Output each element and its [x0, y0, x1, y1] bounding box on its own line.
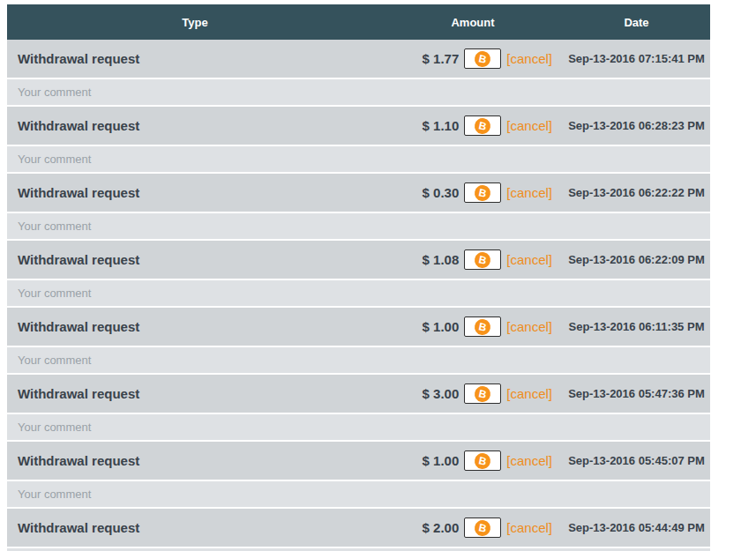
amount-value: $ 2.00 — [423, 520, 460, 535]
amount-value: $ 1.77 — [423, 51, 460, 66]
date-value: Sep-13-2016 06:11:35 PM — [563, 320, 710, 333]
withdrawal-type-label: Withdrawal request — [7, 319, 383, 334]
amount-value: $ 0.30 — [423, 185, 460, 200]
withdrawal-type-label: Withdrawal request — [7, 520, 383, 535]
table-row: Withdrawal request $ 1.08 B [cancel] Sep… — [7, 241, 710, 279]
date-value: Sep-13-2016 06:22:22 PM — [563, 186, 710, 199]
cancel-link[interactable]: [cancel] — [506, 51, 552, 66]
amount-cell: $ 1.00 B [cancel] — [383, 450, 563, 471]
comment-input[interactable]: Your comment — [7, 213, 710, 239]
comment-input[interactable]: Your comment — [7, 146, 710, 172]
bitcoin-button[interactable]: B — [464, 316, 501, 337]
bitcoin-icon: B — [474, 518, 492, 537]
cancel-link[interactable]: [cancel] — [506, 319, 552, 334]
bitcoin-button[interactable]: B — [464, 115, 501, 136]
date-value: Sep-13-2016 05:45:07 PM — [563, 454, 710, 467]
date-value: Sep-13-2016 06:28:23 PM — [563, 119, 710, 132]
table-header: Type Amount Date — [7, 4, 710, 40]
comment-input[interactable]: Your comment — [7, 347, 710, 373]
cancel-link[interactable]: [cancel] — [506, 118, 552, 133]
withdrawal-type-label: Withdrawal request — [7, 118, 383, 133]
bitcoin-button[interactable]: B — [464, 182, 501, 203]
amount-value: $ 1.10 — [423, 118, 460, 133]
date-value: Sep-13-2016 06:22:09 PM — [563, 253, 710, 266]
bitcoin-icon: B — [474, 183, 492, 202]
date-value: Sep-13-2016 07:15:41 PM — [563, 52, 710, 65]
cancel-link[interactable]: [cancel] — [506, 453, 552, 468]
bitcoin-icon: B — [474, 116, 492, 135]
comment-input[interactable]: Your comment — [7, 481, 710, 507]
bitcoin-button[interactable]: B — [464, 517, 501, 538]
bitcoin-icon: B — [474, 317, 492, 336]
bitcoin-button[interactable]: B — [464, 383, 501, 404]
amount-cell: $ 1.00 B [cancel] — [383, 316, 563, 337]
date-value: Sep-13-2016 05:44:49 PM — [563, 521, 710, 534]
bitcoin-icon: B — [474, 384, 492, 403]
amount-cell: $ 2.00 B [cancel] — [383, 517, 563, 538]
column-header-type: Type — [7, 16, 383, 29]
amount-value: $ 1.00 — [423, 453, 460, 468]
bitcoin-icon: B — [474, 49, 492, 68]
amount-value: $ 1.00 — [423, 319, 460, 334]
bitcoin-icon: B — [474, 250, 492, 269]
withdrawal-type-label: Withdrawal request — [7, 51, 383, 66]
table-body: Withdrawal request $ 1.77 B [cancel] Sep… — [7, 40, 710, 551]
cancel-link[interactable]: [cancel] — [506, 520, 552, 535]
amount-cell: $ 0.30 B [cancel] — [383, 182, 563, 203]
amount-cell: $ 3.00 B [cancel] — [383, 383, 563, 404]
bitcoin-button[interactable]: B — [464, 450, 501, 471]
comment-input[interactable]: Your comment — [7, 280, 710, 306]
withdrawal-type-label: Withdrawal request — [7, 185, 383, 200]
cancel-link[interactable]: [cancel] — [506, 252, 552, 267]
table-row: Withdrawal request $ 1.00 B [cancel] Sep… — [7, 308, 710, 346]
table-row: Withdrawal request $ 0.30 B [cancel] Sep… — [7, 174, 710, 212]
bitcoin-icon: B — [474, 451, 492, 470]
amount-cell: $ 1.08 B [cancel] — [383, 249, 563, 270]
column-header-date: Date — [563, 16, 710, 29]
withdrawal-type-label: Withdrawal request — [7, 252, 383, 267]
cancel-link[interactable]: [cancel] — [506, 386, 552, 401]
table-row: Withdrawal request $ 1.77 B [cancel] Sep… — [7, 40, 710, 78]
cancel-link[interactable]: [cancel] — [506, 185, 552, 200]
withdrawal-type-label: Withdrawal request — [7, 453, 383, 468]
bitcoin-button[interactable]: B — [464, 48, 501, 69]
withdrawal-type-label: Withdrawal request — [7, 386, 383, 401]
date-value: Sep-13-2016 05:47:36 PM — [563, 387, 710, 400]
table-row: Withdrawal request $ 1.10 B [cancel] Sep… — [7, 107, 710, 145]
amount-cell: $ 1.77 B [cancel] — [383, 48, 563, 69]
table-row: Withdrawal request $ 3.00 B [cancel] Sep… — [7, 375, 710, 413]
bitcoin-button[interactable]: B — [464, 249, 501, 270]
withdrawals-table: Type Amount Date Withdrawal request $ 1.… — [7, 4, 710, 551]
column-header-amount: Amount — [383, 16, 563, 29]
comment-input[interactable]: Your comment — [7, 414, 710, 440]
comment-input[interactable]: Your comment — [7, 79, 710, 105]
amount-value: $ 3.00 — [423, 386, 460, 401]
table-row: Withdrawal request $ 2.00 B [cancel] Sep… — [7, 509, 710, 547]
table-row: Withdrawal request $ 1.00 B [cancel] Sep… — [7, 442, 710, 480]
amount-value: $ 1.08 — [423, 252, 460, 267]
amount-cell: $ 1.10 B [cancel] — [383, 115, 563, 136]
